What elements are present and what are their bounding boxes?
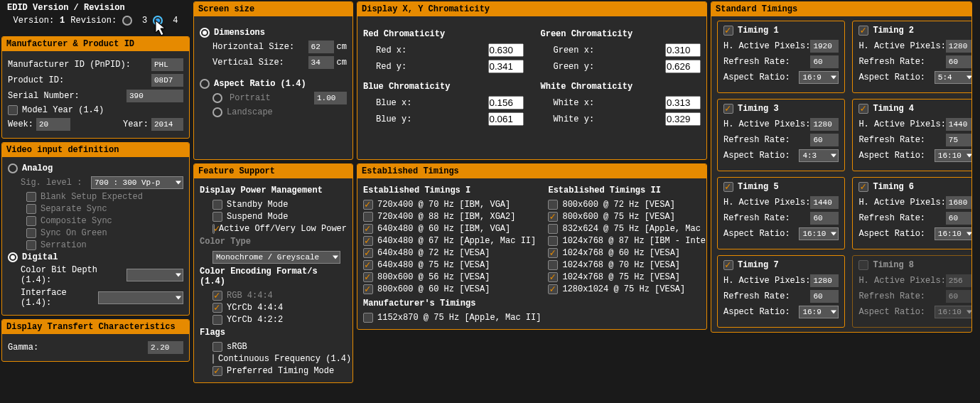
timing-value[interactable] (946, 212, 972, 225)
gamma-input[interactable] (148, 341, 183, 354)
timing-value[interactable] (810, 40, 839, 53)
timing-value[interactable] (810, 118, 839, 131)
bx-input[interactable] (488, 96, 524, 109)
portrait-radio[interactable] (212, 93, 222, 103)
gy-input[interactable] (665, 60, 701, 73)
rev3-radio[interactable] (122, 16, 132, 26)
year-input[interactable] (151, 118, 183, 131)
rx-input[interactable] (488, 43, 524, 57)
aspect-val[interactable] (314, 92, 347, 104)
aspect-select[interactable]: 16:10 (935, 306, 972, 318)
est-item[interactable]: 640x480 @ 67 Hz [Apple, Mac II] (363, 236, 541, 246)
timing-value[interactable] (946, 134, 972, 146)
timing-check[interactable] (723, 26, 733, 36)
timing-value[interactable] (946, 40, 972, 53)
est-check[interactable] (363, 260, 373, 270)
est-item[interactable]: 1024x768 @ 60 Hz [VESA] (548, 248, 707, 258)
iface-select[interactable] (98, 291, 183, 304)
sig-select[interactable]: 700 : 300 Vp-p (91, 176, 183, 189)
timing-value[interactable] (810, 274, 839, 287)
vsize-input[interactable] (308, 56, 334, 69)
est-item[interactable]: 1024x768 @ 70 Hz [VESA] (548, 260, 707, 270)
est-check[interactable] (363, 248, 373, 258)
est-check[interactable] (363, 200, 373, 210)
est-check[interactable] (363, 236, 373, 246)
cont-check[interactable] (212, 354, 214, 364)
timing-check[interactable] (723, 260, 733, 270)
aspect-select[interactable]: 16:10 (799, 227, 839, 240)
est-check[interactable] (548, 284, 558, 294)
wx-input[interactable] (665, 96, 701, 109)
by-input[interactable] (488, 112, 524, 126)
blank-check[interactable] (26, 192, 36, 202)
timing-check[interactable] (723, 182, 733, 192)
est-item[interactable]: 640x480 @ 72 Hz [VESA] (363, 248, 541, 258)
est-item[interactable]: 832x624 @ 75 Hz [Apple, Mac II] (548, 224, 707, 234)
est-item[interactable]: 1024x768 @ 75 Hz [VESA] (548, 272, 707, 282)
timing-check[interactable] (723, 104, 733, 114)
serial-input[interactable] (126, 90, 183, 102)
timing-value[interactable] (946, 290, 972, 303)
timing-value[interactable] (810, 55, 839, 68)
est-item[interactable]: 720x400 @ 70 Hz [IBM, VGA] (363, 200, 541, 210)
product-input[interactable] (151, 74, 183, 87)
pref-check[interactable] (212, 366, 222, 376)
rgb-check[interactable] (212, 291, 222, 301)
sep-check[interactable] (26, 204, 36, 214)
gx-input[interactable] (665, 43, 701, 57)
est-check[interactable] (363, 272, 373, 282)
est-check[interactable] (548, 212, 558, 222)
aspect-select[interactable]: 16:9 (799, 71, 839, 84)
est-check[interactable] (548, 272, 558, 282)
ctype-select[interactable]: Monochrome / Greyscale (212, 251, 340, 264)
activeoff-check[interactable] (212, 224, 215, 234)
est-item[interactable]: 800x600 @ 60 Hz [VESA] (363, 284, 541, 294)
est-check[interactable] (548, 260, 558, 270)
timing-check[interactable] (858, 104, 868, 114)
timing-check[interactable] (858, 260, 868, 270)
aspect-select[interactable]: 16:10 (935, 149, 972, 162)
est-item[interactable]: 1024x768 @ 87 Hz [IBM - Interlaced] (548, 236, 707, 246)
timing-check[interactable] (858, 182, 868, 192)
week-input[interactable] (36, 118, 70, 131)
mfg-id-input[interactable] (151, 58, 183, 71)
aspect-select[interactable]: 4:3 (799, 149, 839, 162)
ycc422-check[interactable] (212, 315, 222, 325)
timing-value[interactable] (946, 196, 972, 209)
est-item[interactable]: 800x600 @ 56 Hz [VESA] (363, 272, 541, 282)
serr-check[interactable] (26, 240, 36, 250)
landscape-radio[interactable] (212, 107, 222, 117)
est-check[interactable] (363, 212, 373, 222)
analog-radio[interactable] (8, 163, 18, 173)
comp-check[interactable] (26, 216, 36, 226)
wy-input[interactable] (665, 112, 701, 126)
est-item[interactable]: 640x480 @ 60 Hz [IBM, VGA] (363, 224, 541, 234)
ry-input[interactable] (488, 60, 524, 73)
bitdepth-select[interactable] (126, 269, 183, 281)
timing-check[interactable] (858, 26, 868, 36)
digital-radio[interactable] (8, 252, 18, 262)
aspect-select[interactable]: 16:10 (935, 227, 972, 240)
aspect-select[interactable]: 5:4 (935, 71, 972, 84)
est-check[interactable] (548, 248, 558, 258)
est-item[interactable]: 720x400 @ 88 Hz [IBM, XGA2] (363, 212, 541, 222)
timing-value[interactable] (946, 118, 972, 131)
model-year-check[interactable] (8, 105, 18, 115)
standby-check[interactable] (212, 200, 222, 210)
est-item[interactable]: 800x600 @ 72 Hz [VESA] (548, 200, 707, 210)
timing-value[interactable] (810, 290, 839, 303)
hsize-input[interactable] (308, 41, 334, 53)
suspend-check[interactable] (212, 212, 222, 222)
dimensions-radio[interactable] (200, 28, 210, 38)
green-check[interactable] (26, 228, 36, 238)
aspect-select[interactable]: 16:9 (799, 306, 839, 318)
est-item[interactable]: 1152x870 @ 75 Hz [Apple, Mac II] (363, 313, 541, 323)
est-check[interactable] (548, 236, 558, 246)
est-check[interactable] (548, 200, 558, 210)
est-check[interactable] (363, 284, 373, 294)
srgb-check[interactable] (212, 342, 222, 352)
ycc444-check[interactable] (212, 303, 222, 313)
timing-value[interactable] (810, 196, 839, 209)
est-check[interactable] (363, 224, 373, 234)
est-item[interactable]: 800x600 @ 75 Hz [VESA] (548, 212, 707, 222)
